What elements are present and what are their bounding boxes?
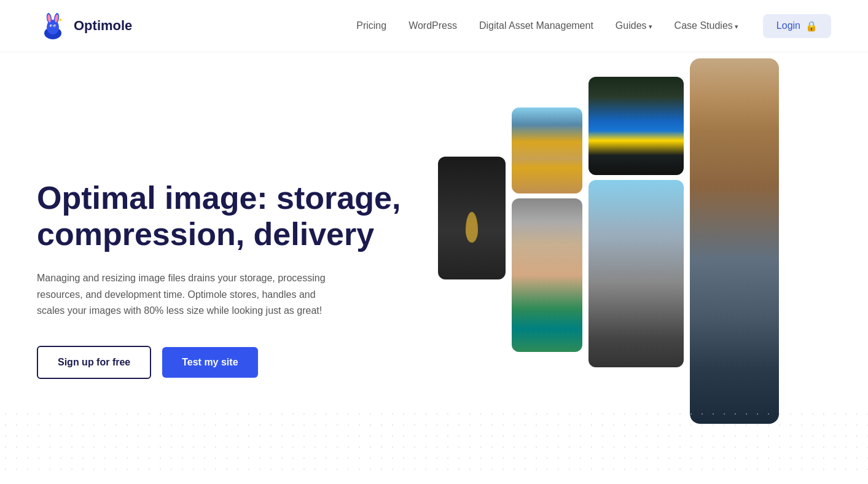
collage-image-architecture <box>588 180 684 367</box>
svg-point-8 <box>51 26 52 27</box>
nav-item-dam[interactable]: Digital Asset Management <box>479 20 593 31</box>
nav-item-case-studies[interactable]: Case Studies <box>674 20 738 31</box>
svg-point-9 <box>55 26 56 27</box>
login-button[interactable]: Login 🔒 <box>763 14 831 38</box>
logo-link[interactable]: ✦ Optimole <box>37 10 132 42</box>
login-label: Login <box>776 20 800 31</box>
collage-image-beach <box>690 58 779 424</box>
collage-image-building <box>512 107 582 193</box>
nav-link-dam[interactable]: Digital Asset Management <box>479 20 593 31</box>
nav-item-pricing[interactable]: Pricing <box>356 20 386 31</box>
image-collage <box>438 52 868 470</box>
nav-link-wordpress[interactable]: WordPress <box>409 20 457 31</box>
nav-item-guides[interactable]: Guides <box>616 20 652 31</box>
nav-links: Pricing WordPress Digital Asset Manageme… <box>356 20 738 31</box>
collage-image-person-spotlight <box>438 157 506 279</box>
hero-text-block: Optimal image: storage, compression, del… <box>37 180 430 380</box>
collage-image-woman-book <box>512 198 582 352</box>
collage-col-4 <box>690 58 868 424</box>
hero-subtitle: Managing and resizing image files drains… <box>37 270 344 319</box>
collage-image-train <box>588 77 684 175</box>
nav-link-case-studies[interactable]: Case Studies <box>674 20 738 31</box>
brand-name: Optimole <box>74 18 132 34</box>
lock-icon: 🔒 <box>805 20 818 32</box>
hero-section: Optimal image: storage, compression, del… <box>0 52 868 470</box>
hero-title: Optimal image: storage, compression, del… <box>37 180 430 254</box>
nav-link-guides[interactable]: Guides <box>616 20 652 31</box>
test-my-site-button[interactable]: Test my site <box>162 347 257 378</box>
collage-col-2 <box>512 107 582 352</box>
logo-icon: ✦ <box>37 10 69 42</box>
dots-background <box>0 408 868 470</box>
nav-item-wordpress[interactable]: WordPress <box>409 20 457 31</box>
navbar: ✦ Optimole Pricing WordPress Digital Ass… <box>0 0 868 52</box>
hero-buttons: Sign up for free Test my site <box>37 346 430 379</box>
nav-link-pricing[interactable]: Pricing <box>356 20 386 31</box>
svg-text:✦: ✦ <box>58 17 63 23</box>
signup-button[interactable]: Sign up for free <box>37 346 151 379</box>
collage-col-1 <box>438 157 506 279</box>
collage-col-3 <box>588 77 684 367</box>
